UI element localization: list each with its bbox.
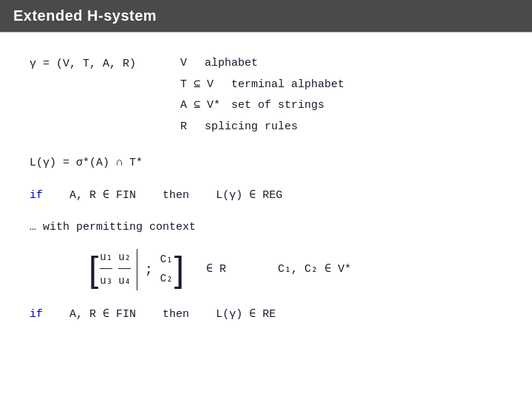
right-bracket: ] <box>174 252 184 287</box>
rhs-line-1: V alphabet <box>180 53 344 75</box>
c-result-label: C₁, C₂ ∈ V* <box>278 260 351 279</box>
u4-cell: u₄ <box>118 270 131 290</box>
left-bracket: [ <box>89 252 98 287</box>
u-grid: u₁ u₂ u₃ u₄ <box>100 249 137 291</box>
title-text: Extended H-system <box>13 7 157 24</box>
rule-block: [ u₁ u₂ u₃ u₄ ; C₁ C₂ ] ∈ R C₁, C₂ ∈ V* <box>89 249 502 291</box>
c1-label: C₁ <box>160 251 173 269</box>
u2-cell: u₂ <box>118 249 131 270</box>
rhs-line-4: R splicing rules <box>180 117 344 138</box>
with-context-label: … with permitting context <box>30 218 502 237</box>
semicolon: ; <box>145 259 153 282</box>
c-column: C₁ C₂ <box>160 251 173 288</box>
rule-bracket: [ u₁ u₂ u₃ u₄ ; C₁ C₂ ] <box>89 249 184 291</box>
rhs-line-3: A ⊆ V* set of strings <box>180 95 344 117</box>
if-then-line-1: if A, R ∈ FIN then L(γ) ∈ REG <box>30 186 502 205</box>
gamma-lhs: γ = (V, T, A, R) <box>30 53 136 74</box>
page-title: Extended H-system <box>0 0 532 32</box>
gamma-rhs: V alphabet T ⊆ V terminal alphabet A ⊆ V… <box>180 53 344 137</box>
main-content: γ = (V, T, A, R) V alphabet T ⊆ V termin… <box>0 33 532 345</box>
gamma-definition: γ = (V, T, A, R) V alphabet T ⊆ V termin… <box>30 53 502 137</box>
u1-cell: u₁ <box>100 249 112 270</box>
if-then-line-2: if A, R ∈ FIN then L(γ) ∈ RE <box>30 305 502 324</box>
l-gamma-formula: L(γ) = σ*(A) ∩ T* <box>30 154 502 173</box>
c2-label: C₂ <box>160 270 173 288</box>
u3-cell: u₃ <box>100 270 112 290</box>
rhs-line-2: T ⊆ V terminal alphabet <box>180 75 344 96</box>
in-r-label: ∈ R <box>206 260 226 279</box>
